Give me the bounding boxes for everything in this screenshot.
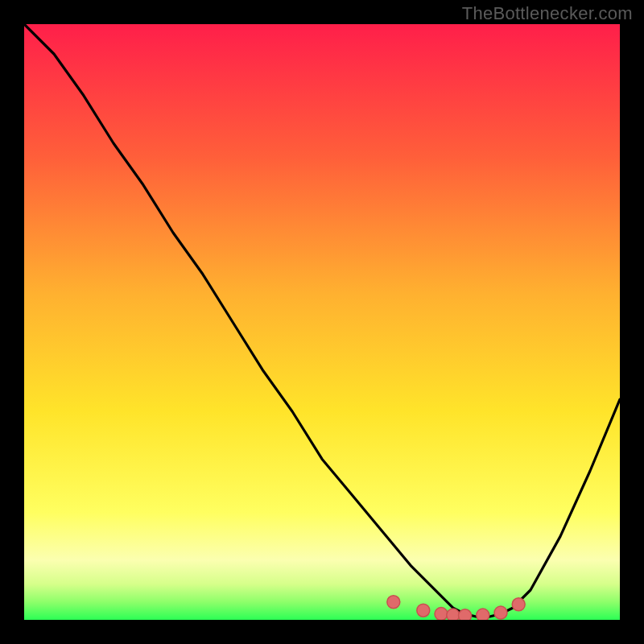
min-dot [459, 609, 472, 620]
min-dot [447, 609, 460, 620]
min-dot [512, 598, 525, 611]
min-dot [494, 606, 507, 619]
min-dot [387, 596, 400, 609]
curve-path [24, 24, 620, 617]
chart-container: TheBottlenecker.com [0, 0, 644, 644]
bottleneck-curve [24, 24, 620, 620]
plot-area [24, 24, 620, 620]
min-dot [477, 609, 489, 620]
watermark-text: TheBottlenecker.com [462, 3, 633, 24]
min-dot [435, 608, 448, 620]
min-dot [417, 604, 430, 617]
